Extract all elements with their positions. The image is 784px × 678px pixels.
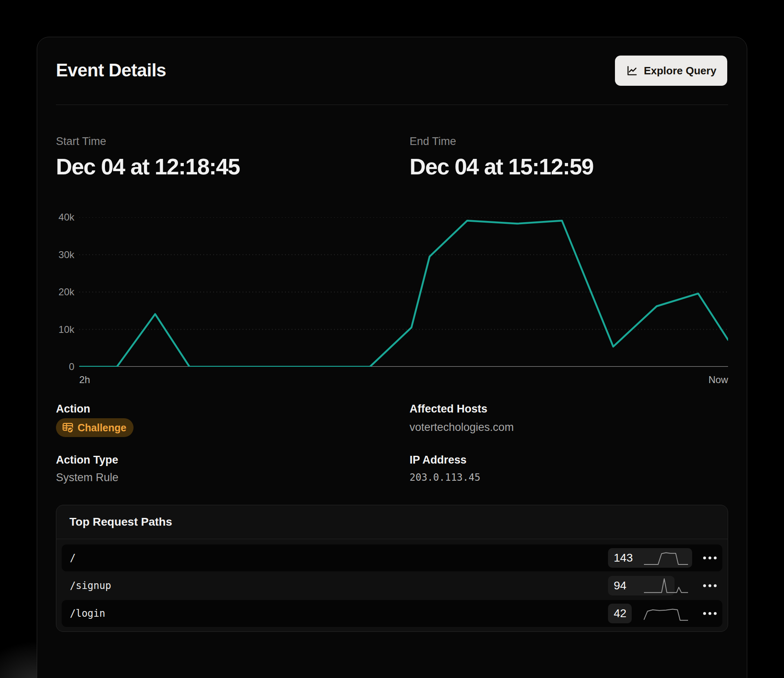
path-label: /signup [70,580,111,591]
top-request-paths-header: Top Request Paths [56,505,728,539]
ellipsis-icon[interactable] [700,581,720,591]
path-row-stats: 42 [608,600,722,627]
affected-hosts-value: votertechologies.com [410,421,514,434]
end-time-label: End Time [410,135,593,148]
y-axis-tick-label: 0 [56,362,74,372]
action-type-value: System Rule [56,471,118,484]
ellipsis-icon[interactable] [700,609,720,618]
start-time-label: Start Time [56,135,240,148]
y-axis-tick-label: 40k [56,212,74,222]
end-time-block: End Time Dec 04 at 15:12:59 [410,135,593,180]
sparkline-svg [643,549,689,567]
end-time-value: Dec 04 at 15:12:59 [410,154,593,180]
ip-address-value: 203.0.113.45 [410,472,480,483]
page-title: Event Details [56,60,166,80]
path-row-login[interactable]: /login 42 [62,600,722,627]
header-divider [56,105,728,105]
path-row-stats: 94 [608,572,722,599]
x-axis-label-end: Now [708,374,728,386]
traffic-chart: 40k30k20k10k0 2h Now [56,217,728,393]
ellipsis-icon[interactable] [700,553,720,563]
top-request-paths-panel: Top Request Paths / 143 /signup [56,505,728,632]
explore-query-button[interactable]: Explore Query [615,56,727,86]
top-request-paths-rows: / 143 /signup 94 [56,539,728,633]
path-label: / [70,552,76,564]
start-time-value: Dec 04 at 12:18:45 [56,154,240,180]
top-request-paths-title: Top Request Paths [69,515,172,529]
y-axis-tick-label: 20k [56,287,74,297]
traffic-chart-svg [79,217,728,367]
path-row-root[interactable]: / 143 [62,544,722,571]
challenge-grid-check-icon [62,422,74,434]
path-row-stats: 143 [608,544,722,571]
path-label: /login [70,608,105,619]
path-count: 94 [614,579,626,592]
line-chart-icon [626,65,638,77]
affected-hosts-label: Affected Hosts [410,403,488,415]
challenge-badge: Challenge [56,418,134,437]
action-label: Action [56,403,90,415]
sparkline-svg [643,576,689,595]
path-row-signup[interactable]: /signup 94 [62,572,722,599]
path-count: 42 [614,607,626,620]
sparkline-svg [643,604,689,623]
y-axis-tick-label: 10k [56,325,74,335]
ip-address-label: IP Address [410,454,467,466]
challenge-badge-label: Challenge [78,422,126,434]
x-axis-label-start: 2h [79,374,90,386]
y-axis-tick-label: 30k [56,250,74,260]
action-type-label: Action Type [56,454,118,466]
event-details-screen: Event Details Explore Query Start Time D… [0,0,784,678]
start-time-block: Start Time Dec 04 at 12:18:45 [56,135,240,180]
path-count: 143 [614,551,633,564]
explore-query-label: Explore Query [644,65,717,77]
event-details-card: Event Details Explore Query Start Time D… [37,37,747,678]
